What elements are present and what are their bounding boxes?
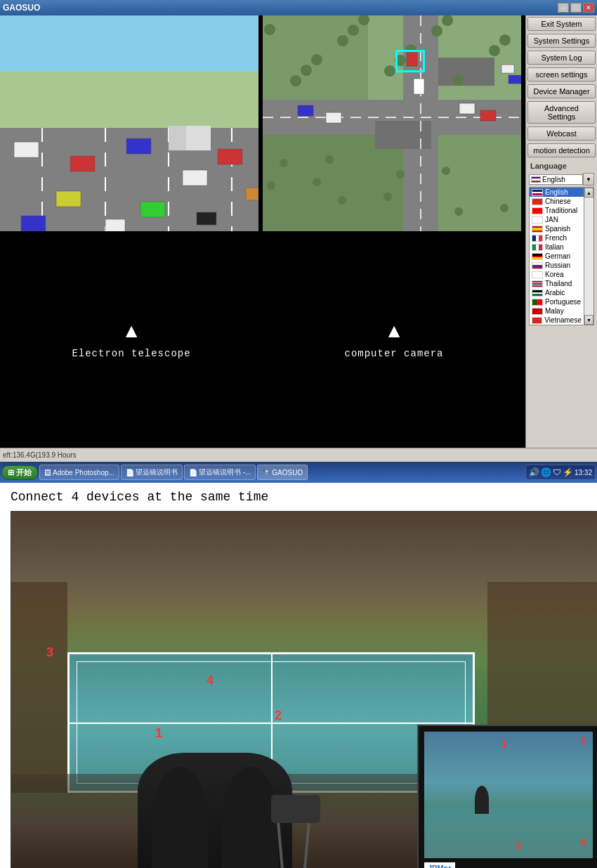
tray-icon-3: 🛡	[553, 467, 561, 477]
photoshop-label: Adobe Photoshop...	[53, 469, 114, 477]
lang-item-german[interactable]: German	[530, 252, 584, 261]
manual1-icon: 📄	[126, 469, 134, 477]
crowd-left	[11, 582, 67, 793]
camera-2-canvas	[263, 15, 521, 231]
connect-title: Connect 4 devices at the same time	[11, 490, 586, 504]
manual1-label: 望远镜说明书	[136, 467, 178, 477]
camera-3: ▲ Electron telescope	[0, 232, 263, 448]
system-settings-button[interactable]: System Settings	[527, 34, 596, 48]
start-button[interactable]: ⊞ 开始	[1, 465, 38, 480]
taskbar-tray: 🔊 🌐 🛡 ⚡ 13:32	[525, 465, 596, 480]
camera-grid: ▲ Electron telescope ▲ computer camera	[0, 15, 525, 448]
camera-1	[0, 15, 263, 232]
taskbar-item-manual1[interactable]: 📄 望远镜说明书	[121, 465, 183, 480]
window-controls: ─ □ ✕	[558, 3, 594, 13]
lang-item-spanish[interactable]: Spanish	[530, 224, 584, 233]
tray-icon-4: ⚡	[563, 467, 573, 477]
language-select-row: English ▼	[529, 173, 594, 186]
lang-item-chinese[interactable]: Chinese	[530, 197, 584, 206]
selected-language-text: English	[542, 176, 565, 183]
lang-item-jan[interactable]: JAN	[530, 215, 584, 224]
advanced-settings-button[interactable]: Advanced Settings	[527, 101, 596, 124]
status-bar: eft:136.4G(193.9 Hours	[0, 448, 597, 462]
status-text: eft:136.4G(193.9 Hours	[3, 451, 77, 459]
title-bar: GAOSUO ─ □ ✕	[0, 0, 597, 15]
camera-mount	[271, 795, 320, 823]
number-1: 1	[155, 726, 162, 741]
scroll-down-button[interactable]: ▼	[584, 315, 593, 325]
lang-item-malay[interactable]: Malay	[530, 306, 584, 316]
maximize-button[interactable]: □	[570, 3, 582, 13]
lang-item-english-selected[interactable]: English	[530, 188, 584, 197]
camera-2	[263, 15, 525, 232]
system-log-button[interactable]: System Log	[527, 51, 596, 65]
minimize-button[interactable]: ─	[558, 3, 569, 13]
manual2-icon: 📄	[189, 469, 197, 477]
start-label: 开始	[16, 467, 32, 478]
camera-4-label: computer camera	[344, 348, 443, 359]
laptop-num-3: 3	[516, 840, 521, 851]
app-window: ▲ Electron telescope ▲ computer camera E…	[0, 15, 597, 448]
tennis-image: 1 2 3 4 JPMor 1 2 3 4	[11, 511, 597, 868]
taskbar-item-manual2[interactable]: 📄 望远镜说明书 -...	[184, 465, 256, 480]
tracking-box	[396, 51, 424, 72]
laptop-num-1: 1	[501, 739, 507, 750]
language-dropdown-button[interactable]: ▼	[583, 173, 594, 186]
photoshop-icon: 🖼	[44, 469, 51, 477]
camera-4-arrow: ▲	[384, 320, 404, 342]
tray-icon-2: 🌐	[541, 467, 551, 477]
screen-settings-button[interactable]: screen settings	[527, 67, 596, 82]
lang-item-korea[interactable]: Korea	[530, 270, 584, 279]
language-select-display[interactable]: English	[529, 174, 583, 185]
lang-item-russian[interactable]: Russian	[530, 261, 584, 270]
language-scrollbar: ▲ ▼	[584, 188, 593, 325]
taskbar: ⊞ 开始 🖼 Adobe Photoshop... 📄 望远镜说明书 📄 望远镜…	[0, 462, 597, 483]
camera-4: ▲ computer camera	[263, 232, 525, 448]
number-4: 4	[206, 673, 214, 688]
lang-item-vietnamese[interactable]: Vietnamese	[530, 316, 584, 325]
tray-icon-1: 🔊	[529, 467, 539, 477]
sidebar: Exit System System Settings System Log s…	[525, 15, 597, 448]
lang-item-arabic[interactable]: Arabic	[530, 288, 584, 297]
manual2-label: 望远镜说明书 -...	[199, 467, 251, 477]
camera-3-label: Electron telescope	[72, 348, 190, 359]
laptop-num-2: 2	[580, 735, 586, 746]
lang-item-traditional[interactable]: Traditional	[530, 206, 584, 215]
lang-item-portuguese[interactable]: Portuguese	[530, 297, 584, 306]
windows-icon: ⊞	[8, 468, 14, 477]
tray-time: 13:32	[575, 469, 592, 477]
device-manager-button[interactable]: Device Manager	[527, 84, 596, 98]
scroll-track	[584, 197, 593, 315]
scroll-up-button[interactable]: ▲	[584, 188, 593, 197]
language-section: Language English ▼ English Chine	[527, 160, 596, 325]
lang-item-french[interactable]: French	[530, 233, 584, 242]
below-section: Connect 4 devices at the same time	[0, 483, 597, 868]
number-3: 3	[46, 645, 53, 660]
laptop-screen-content: 1 2 3 4	[424, 732, 593, 858]
laptop-num-4: 4	[580, 836, 586, 848]
exit-system-button[interactable]: Exit System	[527, 17, 596, 31]
laptop-lid: 1 2 3 4 JPMor	[417, 725, 597, 868]
webcast-button[interactable]: Webcast	[527, 127, 596, 141]
gaosuo-icon: 🔭	[262, 469, 270, 477]
taskbar-item-gaosuo[interactable]: 🔭 GAOSUO	[257, 465, 308, 480]
camera-3-arrow: ▲	[122, 320, 141, 342]
lang-item-thailand[interactable]: Thailand	[530, 279, 584, 288]
motion-detection-button[interactable]: motion detection	[527, 143, 596, 157]
gaosuo-label: GAOSUO	[272, 469, 303, 477]
taskbar-item-photoshop[interactable]: 🖼 Adobe Photoshop...	[39, 465, 119, 480]
camera-1-canvas	[0, 15, 258, 231]
app-title: GAOSUO	[3, 3, 40, 13]
language-list: English Chinese Traditional JAN	[529, 187, 594, 325]
laptop-court	[424, 808, 593, 858]
lang-item-italian[interactable]: Italian	[530, 242, 584, 252]
player-silhouette	[475, 786, 489, 814]
language-label: Language	[527, 160, 596, 171]
number-2: 2	[275, 708, 282, 723]
jpmorgan-logo: JPMor	[424, 862, 455, 868]
laptop-screen: 1 2 3 4	[424, 732, 593, 858]
close-button[interactable]: ✕	[583, 3, 594, 13]
